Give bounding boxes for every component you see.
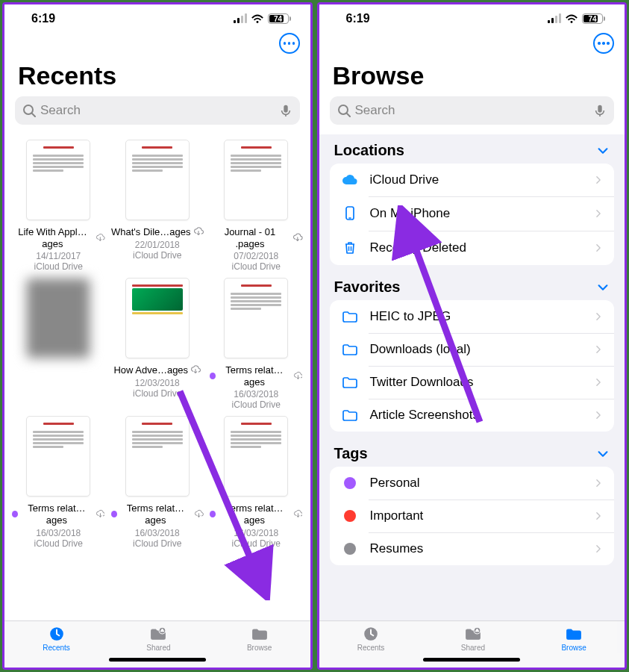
search-field[interactable]: [15, 96, 300, 125]
tab-shared[interactable]: Shared: [461, 626, 485, 652]
clock-icon: [361, 626, 381, 642]
browse-screen: 6:19 74 Browse Locations iCloud Drive: [317, 2, 628, 670]
mic-icon[interactable]: [279, 103, 292, 118]
file-item[interactable]: Terms relat…ages 16/03/2018iCloud Drive: [108, 416, 207, 548]
file-date: 16/03/2018: [234, 528, 278, 538]
shared-icon: [148, 626, 169, 642]
tab-browse[interactable]: Browse: [561, 626, 586, 652]
file-thumbnail: [224, 140, 288, 220]
file-name: Life With Appl…ages: [12, 226, 105, 249]
search-input[interactable]: [355, 103, 589, 118]
battery-icon: 74: [582, 13, 605, 24]
tab-recents[interactable]: Recents: [357, 626, 385, 652]
home-indicator[interactable]: [319, 653, 625, 668]
page-title: Recents: [4, 54, 310, 96]
file-location: iCloud Drive: [34, 261, 83, 272]
status-time: 6:19: [31, 12, 55, 25]
file-date: 16/03/2018: [135, 528, 180, 538]
tag-dot: [344, 477, 356, 489]
status-bar: 6:19 74: [4, 4, 310, 30]
search-icon: [22, 104, 36, 117]
battery-icon: 74: [268, 13, 291, 24]
list-item-label: Recently Deleted: [370, 240, 583, 255]
chevron-right-icon: [593, 408, 604, 423]
mic-icon[interactable]: [593, 103, 607, 118]
shared-icon: [463, 626, 484, 642]
section-locations-header[interactable]: Locations: [319, 134, 625, 164]
file-name: Terms relat…ages: [12, 503, 105, 526]
cloud-icon: [341, 172, 359, 187]
file-thumbnail: [125, 416, 190, 497]
tab-bar: Recents Shared Browse: [4, 620, 310, 653]
section-tags-header[interactable]: Tags: [319, 432, 625, 467]
file-name: Terms relat…ages: [111, 503, 204, 526]
recents-screen: 6:19 74 Recents Life With Appl…ages 14/1…: [2, 2, 313, 670]
list-item[interactable]: Personal: [330, 467, 615, 500]
cloud-download-icon: [193, 227, 204, 237]
file-location: iCloud Drive: [34, 538, 83, 549]
list-item[interactable]: Recently Deleted: [330, 231, 615, 265]
home-indicator[interactable]: [4, 653, 310, 668]
folder-icon: [564, 626, 583, 642]
chevron-right-icon: [593, 240, 604, 255]
file-name: Journal - 01 .pages: [210, 226, 303, 249]
tab-browse[interactable]: Browse: [247, 626, 272, 652]
file-thumbnail: [26, 278, 90, 358]
search-icon: [337, 104, 351, 117]
list-item[interactable]: Important: [330, 500, 615, 532]
cloud-download-icon: [293, 509, 303, 520]
chevron-right-icon: [593, 172, 604, 187]
search-input[interactable]: [40, 103, 275, 118]
list-item[interactable]: Twitter Downloads: [330, 366, 615, 399]
file-item[interactable]: Terms relat…ages 16/03/2018iCloud Drive: [207, 416, 306, 548]
list-item-label: Important: [370, 508, 583, 523]
clock-icon: [47, 626, 66, 642]
file-thumbnail: [26, 140, 90, 220]
list-item[interactable]: iCloud Drive: [330, 164, 615, 196]
file-item[interactable]: Terms relat…ages 16/03/2018iCloud Drive: [207, 278, 306, 410]
list-item[interactable]: Article Screenshots: [330, 399, 615, 432]
file-item[interactable]: Journal - 01 .pages 07/02/2018iCloud Dri…: [207, 140, 306, 272]
more-button[interactable]: [593, 33, 614, 54]
file-item[interactable]: Life With Appl…ages 14/11/2017iCloud Dri…: [9, 140, 108, 272]
file-date: 22/01/2018: [135, 240, 180, 250]
cloud-download-icon: [194, 509, 204, 520]
tag-dot: [344, 543, 356, 555]
trash-icon: [342, 240, 357, 256]
iphone-icon: [342, 205, 357, 222]
chevron-right-icon: [593, 541, 604, 556]
file-location: iCloud Drive: [232, 538, 281, 549]
file-location: iCloud Drive: [232, 399, 281, 410]
list-item[interactable]: Downloads (local): [330, 333, 615, 366]
file-item[interactable]: Terms relat…ages 16/03/2018iCloud Drive: [9, 416, 108, 548]
file-thumbnail: [26, 416, 90, 497]
tab-recents[interactable]: Recents: [43, 626, 70, 652]
tab-shared[interactable]: Shared: [146, 626, 170, 652]
search-field[interactable]: [330, 96, 615, 125]
list-item[interactable]: Resumes: [330, 532, 615, 565]
file-thumbnail: [224, 278, 288, 358]
chevron-down-icon: [596, 447, 610, 461]
list-item-label: Personal: [370, 476, 583, 491]
cloud-download-icon: [292, 233, 303, 243]
page-title: Browse: [319, 54, 625, 96]
status-time: 6:19: [346, 12, 370, 25]
tag-dot: [344, 510, 356, 522]
file-location: iCloud Drive: [133, 388, 181, 399]
file-item[interactable]: How Adve…ages 12/03/2018iCloud Drive: [108, 278, 207, 410]
file-date: 14/11/2017: [36, 251, 81, 261]
file-item[interactable]: What's Dile…ages 22/01/2018iCloud Drive: [108, 140, 207, 272]
file-item[interactable]: [9, 278, 108, 410]
folder-icon: [342, 375, 358, 390]
file-name: How Adve…ages: [113, 364, 201, 376]
folder-icon: [342, 342, 358, 357]
section-favorites-header[interactable]: Favorites: [319, 265, 625, 300]
more-button[interactable]: [279, 33, 300, 54]
list-item[interactable]: On My iPhone: [330, 196, 615, 231]
cloud-download-icon: [293, 371, 303, 382]
cloud-download-icon: [96, 233, 105, 243]
chevron-right-icon: [593, 476, 604, 491]
chevron-down-icon: [596, 144, 610, 158]
list-item[interactable]: HEIC to JPEG: [330, 300, 615, 333]
list-item-label: Twitter Downloads: [370, 375, 583, 390]
